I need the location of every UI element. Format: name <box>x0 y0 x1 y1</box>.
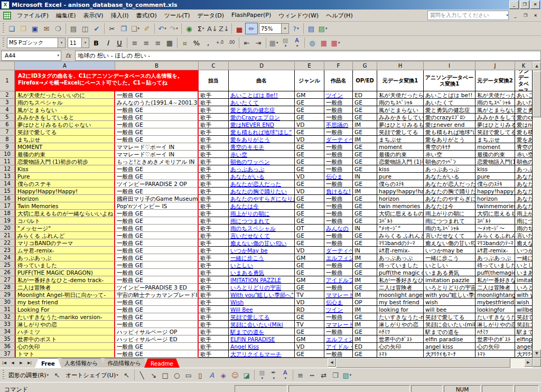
row-header-9[interactable]: 9 <box>0 143 15 151</box>
cell-d-link[interactable]: Angel Kiss <box>229 343 295 350</box>
cell-g[interactable]: IM <box>353 121 377 128</box>
cell-c[interactable]: 歌手 <box>199 232 229 239</box>
cell-j[interactable]: happy!happy!happy! <box>475 188 515 195</box>
cell-e[interactable]: VD <box>295 343 324 350</box>
cell-f[interactable]: 一般曲 <box>324 269 353 276</box>
cell-k[interactable]: with you～眩しい季節へ～ <box>515 291 533 298</box>
tab-nav-icon-1[interactable]: ◀ <box>8 358 17 368</box>
cell-g[interactable]: ED <box>353 343 377 350</box>
cell-k[interactable]: 癒えない傷の甘い匂い <box>515 239 533 247</box>
zoom-combo[interactable]: 75%▾ <box>259 23 289 34</box>
sheet-tab-free[interactable]: Free <box>35 358 61 368</box>
cell-f-link[interactable]: 負けるな! <box>324 188 353 195</box>
cell-j[interactable]: moment <box>475 143 515 151</box>
cell-c[interactable]: 歌手 <box>199 195 229 202</box>
cell-i[interactable]: いまある勇気 <box>424 269 475 276</box>
cell-a[interactable]: 待っていました <box>15 262 115 269</box>
cell-i[interactable]: 笑顔に会いたい(miki <box>424 321 475 328</box>
cell-e[interactable]: GE <box>295 232 324 239</box>
cell-e[interactable]: GM <box>295 254 324 262</box>
column-header-J[interactable]: J <box>475 62 515 70</box>
cell-g[interactable]: ED <box>353 91 377 99</box>
print-preview-button[interactable]: ◫ <box>79 23 91 34</box>
cell-k[interactable]: elfinparadise <box>515 335 533 343</box>
row-header-28[interactable]: 28 <box>0 284 15 291</box>
cell-f[interactable]: 一般曲 <box>324 114 353 121</box>
format-painter-button[interactable]: ✐ <box>141 23 153 34</box>
cell-g[interactable]: GE <box>353 262 377 269</box>
row-header-21[interactable]: 21 <box>0 232 15 239</box>
cell-h[interactable]: ﾏﾘｺbandのﾃｰﾏ <box>377 239 424 247</box>
cell-c[interactable]: 歌手 <box>199 202 229 210</box>
header-cell-3[interactable]: 作品名 <box>324 70 353 91</box>
cell-b[interactable]: 一般曲 GE <box>115 232 199 239</box>
header-cell-1[interactable]: 曲名 <box>229 70 295 91</box>
cell-j[interactable]: kiss <box>475 165 515 173</box>
align-center-button[interactable]: ≡ <box>141 38 152 48</box>
cell-k[interactable]: 笑顔で愛してる <box>515 313 533 321</box>
cell-b[interactable]: 一般曲 GE <box>115 91 199 99</box>
row-header-6[interactable]: 6 <box>0 121 15 128</box>
row-header-29[interactable]: 29 <box>0 291 15 298</box>
draw-adjust-button[interactable]: 図形の調整(R) ▾ <box>6 370 51 380</box>
select-all-corner[interactable] <box>0 62 15 70</box>
cell-e[interactable]: VD <box>295 188 324 195</box>
cell-k[interactable]: 雨につつまれて <box>515 217 533 225</box>
scroll-down-icon[interactable]: ▼ <box>533 349 541 358</box>
cell-i[interactable]: あいたくて <box>424 99 475 106</box>
cell-d-link[interactable]: 愛はNEVER END <box>229 121 295 128</box>
cell-k[interactable]: 愛も積もれば地球"ほし" <box>515 128 533 136</box>
row-header-34[interactable]: 34 <box>0 328 15 335</box>
row-header-32[interactable]: 32 <box>0 313 15 321</box>
cell-e[interactable]: VD <box>295 298 324 306</box>
cell-g[interactable]: IN <box>353 173 377 180</box>
font-size-combo[interactable]: 11 ▾ <box>68 38 89 48</box>
cell-b[interactable]: 一般曲 GE <box>115 121 199 128</box>
formula-input[interactable]: 地球の 想い - ほしの 想い - <box>75 51 541 61</box>
cell-i[interactable]: 雨のちｽﾍﾟｼｬﾙ <box>424 225 475 232</box>
cell-h[interactable]: ﾄﾏﾄ <box>377 350 424 358</box>
toolbar-drag-handle[interactable] <box>3 23 4 34</box>
cell-j[interactable]: twinmemories <box>475 202 515 210</box>
cell-i[interactable]: 愛のcrazyｴﾌﾟﾛﾝ <box>424 114 475 121</box>
cell-j[interactable]: 最後の約束 <box>475 151 515 158</box>
cell-j[interactable]: ﾏﾘｺbandのﾃｰﾏ <box>475 239 515 247</box>
cell-e[interactable]: VD <box>295 121 324 128</box>
cell-e[interactable]: GE <box>295 313 324 321</box>
cell-k[interactable]: 雨上がりの朝に <box>515 210 533 217</box>
cell-f-link[interactable]: エルフィン <box>324 254 353 262</box>
chevron-down-icon[interactable]: ▾ <box>506 13 508 17</box>
italic-button[interactable]: I <box>102 38 114 48</box>
cell-j[interactable]: 二人は冒険者 <box>475 284 515 291</box>
horizontal-scroll-track[interactable] <box>510 358 524 368</box>
cell-d-link[interactable]: 一緒に歩こう <box>229 254 295 262</box>
cell-a[interactable]: 雨のちスペシャル <box>15 99 115 106</box>
flashpaper-convert-button[interactable]: ▤ <box>305 23 317 34</box>
cell-h[interactable]: みらくる ふれんど <box>377 232 424 239</box>
name-box[interactable]: A44 ▾ <box>1 51 61 61</box>
menu-item-9[interactable]: ヘルプ(H) <box>322 10 357 21</box>
row-header-20[interactable]: 20 <box>0 225 15 232</box>
cell-a[interactable]: 夢はひとりみるものじゃない <box>15 121 115 128</box>
paste-button[interactable]: ❑▾ <box>129 23 141 34</box>
cell-h[interactable]: 笑顔で愛してる <box>377 128 424 136</box>
cell-a[interactable]: 世界中のポスト <box>15 335 115 343</box>
cell-d-link[interactable]: IMITATION PAZZLE <box>229 276 295 284</box>
cell-c[interactable]: 歌手 <box>199 306 229 313</box>
cell-i[interactable]: 言いだせなくて <box>424 232 475 239</box>
cell-f[interactable]: 一般曲 <box>324 128 353 136</box>
cell-c[interactable]: 歌手 <box>199 276 229 284</box>
cell-h[interactable]: まちぶせ <box>377 136 424 143</box>
cell-d-link[interactable]: 愛をありがとう <box>229 136 295 143</box>
row-header-23[interactable]: 23 <box>0 247 15 254</box>
cell-d-link[interactable]: 朝色のワッペン <box>229 158 295 165</box>
cell-g[interactable]: GE <box>353 158 377 165</box>
cell-i[interactable]: あなたのやすらぎになりたい <box>424 195 475 202</box>
cell-j[interactable]: たいすきなうた-marikoversion- <box>475 313 515 321</box>
cell-e[interactable]: VD <box>295 173 324 180</box>
cell-k[interactable]: 言いだせなくて <box>515 232 533 239</box>
cell-a[interactable]: コバルト <box>15 217 115 225</box>
cell-k[interactable]: あなたのやすらぎになりたい <box>515 195 533 202</box>
cell-c[interactable]: 歌手 <box>199 284 229 291</box>
cell-i[interactable]: いとしい <box>424 262 475 269</box>
